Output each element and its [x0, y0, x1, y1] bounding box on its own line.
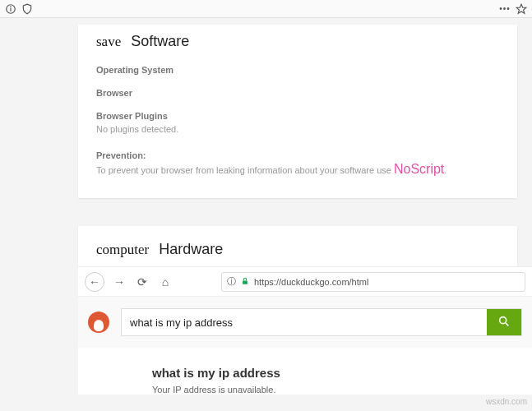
result-subtitle: Your IP address is unavailable.: [152, 385, 532, 395]
browser-label: Browser: [96, 88, 499, 98]
hardware-lead: computer: [96, 242, 149, 258]
toolbar-right: •••: [499, 3, 527, 15]
results-area: what is my ip address Your IP address is…: [78, 348, 532, 395]
menu-dots-icon[interactable]: •••: [499, 3, 511, 15]
svg-point-2: [11, 6, 12, 7]
prevention-label: Prevention:: [96, 150, 146, 160]
software-header: save Software: [96, 33, 499, 50]
noscript-link[interactable]: NoScript: [394, 162, 444, 176]
site-info-icon[interactable]: ⓘ: [227, 275, 236, 288]
forward-button[interactable]: →: [111, 275, 127, 289]
nav-bar: ← → ⟳ ⌂ ⓘ https://duckduckgo.com/html: [78, 267, 532, 297]
reload-button[interactable]: ⟳: [134, 275, 150, 289]
search-input[interactable]: [122, 309, 487, 335]
plugins-block: Browser Plugins No plugins detected.: [96, 111, 499, 134]
plugins-label: Browser Plugins: [96, 111, 499, 121]
lock-icon: [241, 277, 249, 287]
home-button[interactable]: ⌂: [157, 275, 173, 289]
svg-point-5: [500, 316, 507, 323]
forward-arrow-icon: →: [113, 275, 125, 289]
result-title[interactable]: what is my ip address: [152, 366, 532, 380]
hardware-header: computer Hardware: [96, 241, 499, 258]
duckduckgo-logo-icon[interactable]: [88, 312, 109, 333]
svg-marker-3: [516, 4, 526, 13]
shield-icon[interactable]: [21, 3, 33, 15]
svg-rect-4: [243, 280, 247, 284]
hardware-card: computer Hardware: [78, 226, 517, 266]
os-block: Operating System: [96, 65, 499, 75]
svg-line-6: [506, 323, 508, 326]
os-label: Operating System: [96, 65, 499, 75]
software-title: Software: [131, 33, 189, 50]
url-text: https://duckduckgo.com/html: [254, 277, 368, 287]
home-icon: ⌂: [162, 275, 169, 289]
search-box: [121, 308, 522, 336]
prevention-text: To prevent your browser from leaking inf…: [96, 165, 394, 175]
prevention-period: .: [444, 165, 446, 175]
watermark: wsxdn.com: [486, 397, 527, 406]
search-button[interactable]: [487, 309, 521, 335]
search-zone: [78, 297, 532, 348]
outer-browser-toolbar: •••: [0, 0, 532, 18]
bookmark-star-icon[interactable]: [516, 3, 527, 15]
plugins-text: No plugins detected.: [96, 124, 499, 134]
back-arrow-icon: ←: [89, 275, 100, 289]
back-button[interactable]: ←: [85, 272, 104, 292]
prevention-block: Prevention: To prevent your browser from…: [96, 147, 499, 177]
url-bar[interactable]: ⓘ https://duckduckgo.com/html: [221, 272, 525, 292]
software-lead: save: [96, 34, 121, 50]
browser-block: Browser: [96, 88, 499, 98]
info-icon[interactable]: [5, 3, 16, 15]
magnifier-icon: [497, 315, 511, 330]
toolbar-left: [5, 3, 33, 15]
hardware-title: Hardware: [159, 241, 223, 258]
software-card: save Software Operating System Browser B…: [78, 25, 517, 198]
inner-browser: ← → ⟳ ⌂ ⓘ https://duckduckgo.com/html wh…: [78, 266, 532, 395]
reload-icon: ⟳: [137, 275, 147, 289]
